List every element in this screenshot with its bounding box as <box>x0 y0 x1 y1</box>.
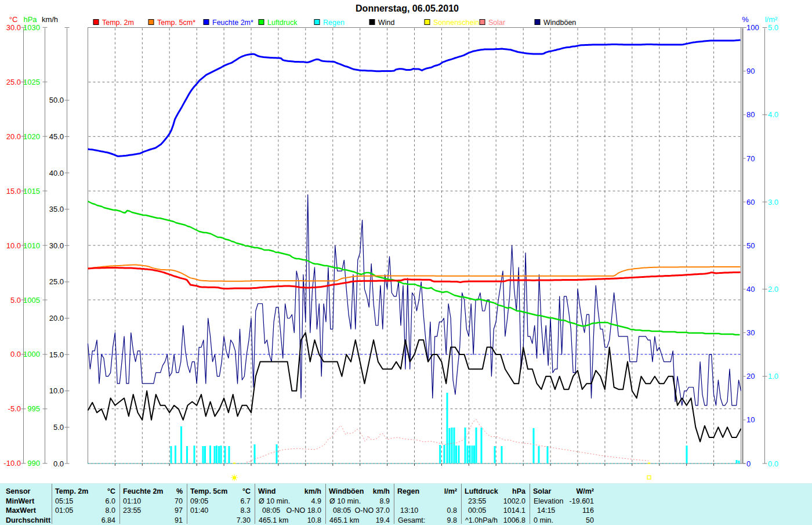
svg-text:3.0: 3.0 <box>768 198 778 207</box>
svg-text:6.7: 6.7 <box>241 497 251 505</box>
svg-text:1020: 1020 <box>23 132 40 141</box>
svg-text:5.0: 5.0 <box>768 23 778 32</box>
svg-text:Windböen: Windböen <box>329 487 364 495</box>
svg-text:W/m²: W/m² <box>576 487 594 495</box>
svg-text:10.0: 10.0 <box>6 241 21 250</box>
svg-text:0: 0 <box>746 459 751 468</box>
svg-text:°C: °C <box>242 487 251 495</box>
svg-text:l/m²: l/m² <box>765 15 778 24</box>
svg-text:1015: 1015 <box>23 187 40 195</box>
svg-text:25.0: 25.0 <box>6 78 21 86</box>
svg-text:9.8: 9.8 <box>447 516 457 524</box>
svg-text:01:10: 01:10 <box>123 497 141 505</box>
svg-text:7.30: 7.30 <box>237 516 251 524</box>
svg-text:4.9: 4.9 <box>311 497 321 505</box>
svg-text:Gesamt:: Gesamt: <box>398 516 425 524</box>
svg-text:-5.0: -5.0 <box>8 404 21 413</box>
svg-text:Solar: Solar <box>488 19 505 27</box>
svg-text:%: % <box>176 487 183 495</box>
svg-text:%: % <box>742 15 749 24</box>
svg-text:Temp. 5cm*: Temp. 5cm* <box>157 19 195 27</box>
svg-text:°C: °C <box>9 15 18 24</box>
svg-text:23:55: 23:55 <box>468 497 486 505</box>
svg-text:Elevation: Elevation <box>534 497 563 505</box>
svg-text:14:15: 14:15 <box>537 506 555 515</box>
svg-text:^1.0hPa/h: ^1.0hPa/h <box>465 516 498 524</box>
svg-text:995: 995 <box>27 404 40 413</box>
svg-text:19.4: 19.4 <box>376 516 390 524</box>
svg-text:990: 990 <box>27 459 40 468</box>
svg-text:23:55: 23:55 <box>123 506 141 515</box>
svg-text:Luftdruck: Luftdruck <box>465 487 498 495</box>
svg-text:50: 50 <box>746 241 755 250</box>
svg-text:MaxWert: MaxWert <box>6 506 37 515</box>
svg-text:40: 40 <box>746 285 755 294</box>
svg-text:1.0: 1.0 <box>768 372 778 381</box>
svg-text:5.0: 5.0 <box>53 423 64 432</box>
svg-text:Regen: Regen <box>397 487 419 495</box>
svg-text:20.0: 20.0 <box>49 314 64 323</box>
svg-text:l/m²: l/m² <box>444 487 457 495</box>
svg-text:km/h: km/h <box>42 15 58 24</box>
svg-text:15.0: 15.0 <box>6 187 21 195</box>
svg-text:Wind: Wind <box>258 487 276 495</box>
svg-text:Ø 10 min.: Ø 10 min. <box>259 497 290 505</box>
svg-text:km/h: km/h <box>373 487 390 495</box>
svg-text:90: 90 <box>746 67 755 75</box>
svg-text:50: 50 <box>586 516 594 524</box>
svg-text:40.0: 40.0 <box>49 169 64 178</box>
svg-text:Regen: Regen <box>323 19 345 27</box>
svg-text:15.0: 15.0 <box>49 350 64 359</box>
svg-text:Temp. 2m: Temp. 2m <box>55 487 88 495</box>
svg-text:O-NO 37.0: O-NO 37.0 <box>355 506 390 515</box>
svg-text:465.1 km: 465.1 km <box>329 516 359 524</box>
svg-text:08:05: 08:05 <box>333 506 351 515</box>
svg-text:0.0: 0.0 <box>768 459 778 468</box>
svg-text:01:05: 01:05 <box>55 506 73 515</box>
svg-text:1006.8: 1006.8 <box>503 516 525 524</box>
svg-text:465.1 km: 465.1 km <box>259 516 288 524</box>
svg-text:10.8: 10.8 <box>307 516 321 524</box>
svg-text:97: 97 <box>175 506 183 515</box>
svg-text:09:05: 09:05 <box>190 497 208 505</box>
svg-text:08:05: 08:05 <box>262 506 280 515</box>
svg-text:1014.1: 1014.1 <box>503 506 525 515</box>
svg-text:2.0: 2.0 <box>768 285 778 294</box>
svg-text:13:10: 13:10 <box>400 506 418 515</box>
svg-text:1025: 1025 <box>23 78 40 86</box>
svg-text:10.0: 10.0 <box>49 386 64 395</box>
svg-text:-10.0: -10.0 <box>3 459 21 468</box>
svg-text:Durchschnitt: Durchschnitt <box>6 516 51 524</box>
svg-text:0.0: 0.0 <box>10 350 21 359</box>
svg-text:1002.0: 1002.0 <box>503 497 525 505</box>
svg-text:00:05: 00:05 <box>468 506 486 515</box>
svg-text:4.0: 4.0 <box>768 110 778 119</box>
svg-text:35.0: 35.0 <box>49 205 64 213</box>
svg-text:60: 60 <box>746 198 755 207</box>
svg-text:6.84: 6.84 <box>102 516 115 524</box>
svg-text:0.8: 0.8 <box>447 506 457 515</box>
svg-text:6.0: 6.0 <box>106 497 115 505</box>
svg-text:Feuchte 2m*: Feuchte 2m* <box>212 19 253 27</box>
svg-text:8.3: 8.3 <box>241 506 251 515</box>
svg-text:70: 70 <box>746 154 755 163</box>
svg-text:O-NO 18.0: O-NO 18.0 <box>287 506 321 515</box>
svg-text:Luftdruck: Luftdruck <box>267 19 298 27</box>
svg-text:Wind: Wind <box>378 19 395 27</box>
svg-text:91: 91 <box>175 516 183 524</box>
svg-text:70: 70 <box>175 497 183 505</box>
svg-text:°C: °C <box>107 487 115 495</box>
svg-text:01:40: 01:40 <box>190 506 208 515</box>
svg-text:Donnerstag, 06.05.2010: Donnerstag, 06.05.2010 <box>356 3 459 13</box>
svg-text:100: 100 <box>746 23 759 32</box>
svg-text:-19.601: -19.601 <box>570 497 594 505</box>
svg-text:80: 80 <box>746 110 755 119</box>
svg-text:8.0: 8.0 <box>106 506 115 515</box>
svg-text:30.0: 30.0 <box>6 23 21 32</box>
svg-text:1005: 1005 <box>23 296 40 305</box>
svg-text:20.0: 20.0 <box>6 132 21 141</box>
svg-text:Feuchte 2m: Feuchte 2m <box>123 487 163 495</box>
svg-text:km/h: km/h <box>304 487 321 495</box>
svg-text:116: 116 <box>582 506 594 515</box>
svg-text:8.9: 8.9 <box>380 497 390 505</box>
